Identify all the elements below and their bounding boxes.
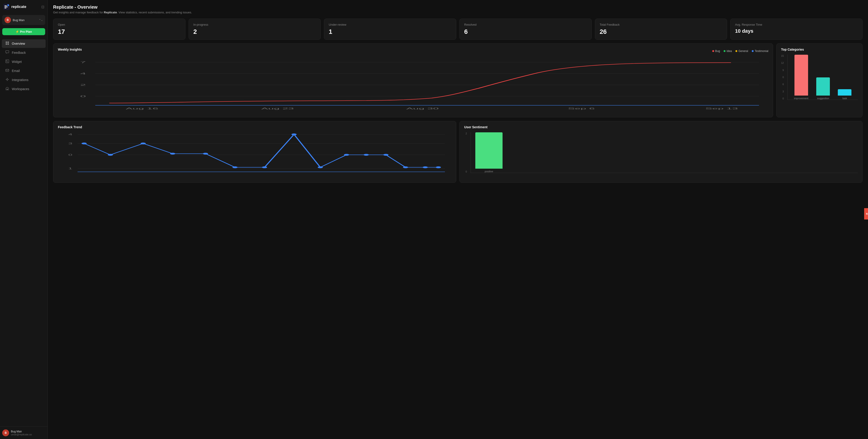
stat-card-inprogress: In-progress 2 [189, 19, 321, 40]
replicate-logo-icon [3, 4, 9, 10]
avatar-image: B [4, 17, 11, 23]
charts-row: Weekly Insights Bug Idea General [53, 43, 863, 117]
legend-idea: Idea [724, 50, 732, 53]
svg-text:B: B [7, 19, 9, 22]
svg-point-13 [7, 79, 8, 80]
email-icon [5, 68, 9, 73]
legend-general: General [736, 50, 748, 53]
bar-suggestion-fill [816, 77, 830, 96]
page-subtitle: Get insights and manage feedback for Rep… [53, 11, 863, 14]
top-categories-card: Top Categories 15 12 9 0 6 3 0 improveme… [776, 43, 863, 117]
stat-value-open: 17 [58, 28, 181, 35]
pro-plan-button[interactable]: ⚡ Pro Plan [2, 28, 45, 35]
legend-idea-dot [724, 50, 725, 52]
svg-point-45 [203, 153, 208, 155]
stat-card-resolved: Resolved 6 [459, 19, 592, 40]
sidebar-item-workspaces[interactable]: Workspaces [2, 85, 45, 93]
workspaces-icon [5, 87, 9, 91]
svg-text:Aug 30: Aug 30 [406, 107, 439, 110]
subtitle-prefix: Get insights and manage feedback for [53, 11, 104, 14]
sidebar-feedback-label: Feedback [12, 51, 26, 55]
legend-bug-dot [712, 50, 714, 52]
svg-point-46 [232, 166, 238, 168]
legend-testimonial-dot [752, 50, 753, 52]
legend-bug-label: Bug [715, 50, 720, 53]
stat-card-avg-response: Avg. Response Time 10 days [730, 19, 863, 40]
sidebar-item-overview[interactable]: Overview [2, 39, 45, 48]
top-categories-chart-area: 15 12 9 0 6 3 0 improvement suggestion [781, 55, 858, 100]
svg-text:Sep 13: Sep 13 [705, 107, 738, 110]
sentiment-bar-container: positive [470, 132, 858, 173]
svg-rect-5 [7, 41, 9, 43]
logo-container: replicate [3, 4, 26, 10]
sidebar-user-profile: B Bug Man umar@replicate.so [0, 427, 48, 439]
top-categories-y-axis: 15 12 9 0 6 3 0 [781, 55, 785, 100]
sidebar-nav: Overview Feedback Widget [0, 37, 48, 427]
svg-text:1: 1 [68, 167, 72, 170]
stat-card-total: Total Feedback 26 [595, 19, 727, 40]
legend-idea-label: Idea [726, 50, 732, 53]
bar-chart-container: improvement suggestion task [787, 55, 858, 100]
stats-row: Open 17 In-progress 2 Under-review 1 Res… [53, 19, 863, 40]
bar-improvement: improvement [794, 55, 809, 100]
sidebar-item-email[interactable]: Email [2, 66, 45, 75]
svg-point-47 [262, 166, 267, 168]
feedback-side-label: Feedback [866, 212, 868, 215]
svg-point-41 [82, 143, 87, 144]
feedback-side-button[interactable]: Feedback [864, 208, 868, 220]
legend-general-dot [736, 50, 737, 52]
svg-point-51 [364, 154, 369, 156]
workspace-chevron-icon: ⌃⌄ [39, 19, 43, 22]
svg-text:Aug 23: Aug 23 [261, 107, 294, 110]
stat-label-total: Total Feedback [600, 23, 722, 26]
stat-value-avg-response: 10 days [735, 28, 858, 34]
svg-rect-10 [6, 60, 7, 61]
user-info: Bug Man umar@replicate.so [11, 430, 32, 436]
sentiment-y-axis: 2 0 [464, 132, 469, 173]
svg-rect-4 [6, 41, 7, 43]
page-header: Replicate - Overview Get insights and ma… [53, 4, 863, 14]
bar-improvement-fill [795, 55, 808, 96]
svg-text:B: B [5, 431, 7, 435]
svg-rect-8 [6, 51, 9, 53]
stat-card-open: Open 17 [53, 19, 185, 40]
layout-toggle-icon[interactable]: ⊡ [41, 5, 44, 9]
bar-task-fill [838, 89, 851, 96]
svg-text:7: 7 [80, 61, 86, 64]
top-categories-title: Top Categories [781, 48, 858, 51]
sidebar-item-feedback[interactable]: Feedback [2, 49, 45, 57]
user-workspace-selector[interactable]: B Bug Man ⌃⌄ [2, 15, 45, 25]
svg-point-44 [170, 153, 175, 155]
page-title: Replicate - Overview [53, 4, 863, 10]
stat-label-inprogress: In-progress [193, 23, 316, 26]
integrations-icon [5, 77, 9, 82]
feedback-trend-chart: 4 3 0 1 [58, 132, 452, 178]
bar-positive-label: positive [485, 170, 493, 173]
sidebar-item-widget[interactable]: Widget [2, 57, 45, 66]
sidebar-email-label: Email [12, 69, 20, 73]
stat-label-avg-response: Avg. Response Time [735, 23, 858, 26]
svg-rect-9 [6, 60, 9, 63]
workspace-user-name: Bug Man [13, 19, 37, 22]
svg-point-54 [423, 166, 428, 168]
bar-positive-fill [475, 132, 502, 169]
bar-suggestion-label: suggestion [817, 97, 829, 100]
svg-text:4: 4 [68, 133, 72, 136]
stat-label-under-review: Under-review [329, 23, 452, 26]
sidebar: replicate ⊡ B Bug Man ⌃⌄ ⚡ Pro Plan Ov [0, 0, 48, 439]
svg-point-42 [108, 154, 113, 156]
svg-text:2: 2 [80, 84, 86, 86]
user-sentiment-card: User Sentiment 2 0 positive [459, 121, 863, 183]
legend-testimonial: Testimonial [752, 50, 768, 53]
stat-card-under-review: Under-review 1 [324, 19, 456, 40]
sidebar-workspaces-label: Workspaces [12, 87, 29, 91]
svg-text:Sep 6: Sep 6 [568, 107, 595, 110]
bar-task-label: task [842, 97, 847, 100]
user-avatar-bottom: B [2, 430, 9, 436]
weekly-insights-header: Weekly Insights Bug Idea General [58, 48, 768, 55]
weekly-insights-chart: 7 4 2 0 Aug 16 Aug 23 Aug 30 Sep 6 Sep 1… [58, 58, 768, 112]
sidebar-integrations-label: Integrations [12, 78, 28, 82]
sidebar-item-integrations[interactable]: Integrations [2, 75, 45, 84]
bar-positive: positive [475, 132, 502, 173]
svg-text:4: 4 [80, 72, 86, 75]
